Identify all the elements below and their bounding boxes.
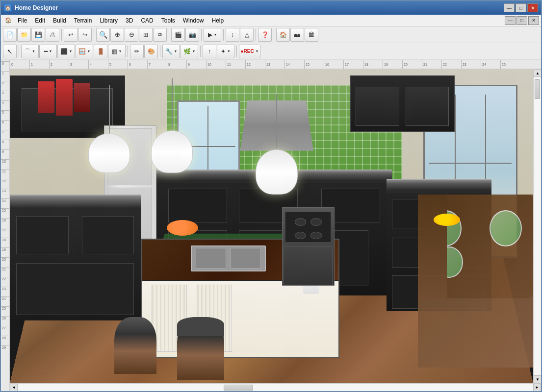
toolbar-area: 📄 📁 💾 🖨 ↩ ↪ 🔍 ⊕ ⊖ ⊞ ⧉ 🎬 📷 ▶▼ ↕ △: [1, 26, 541, 60]
minimize-button[interactable]: —: [504, 3, 515, 12]
burner-3: [295, 232, 306, 239]
sep11: [200, 46, 201, 57]
menu-3d[interactable]: 3D: [122, 15, 137, 26]
plant-dropdown[interactable]: 🌿▼: [181, 45, 198, 58]
new-button[interactable]: 📄: [3, 28, 17, 42]
pendant-light-3: [256, 94, 297, 195]
scroll-track-v[interactable]: [534, 77, 541, 375]
up-tool[interactable]: ↑: [203, 45, 216, 58]
pendant-shade-2: [151, 130, 193, 173]
main-view: 0 1 2 3 4 5 6 7 8 9 10 11 12 13 14 15 16…: [10, 60, 541, 391]
sub-maximize-button[interactable]: □: [516, 16, 527, 25]
pendant-cord-2: [172, 78, 173, 130]
scroll-left-arrow[interactable]: ◄: [10, 384, 18, 392]
cabinet-base-left: [10, 211, 141, 320]
fit-button[interactable]: ⊞: [139, 28, 153, 42]
save-button[interactable]: 💾: [31, 28, 45, 42]
window-rail-r: [429, 163, 511, 164]
stove-top: [285, 212, 331, 243]
sep7: [274, 29, 274, 41]
scroll-track-h[interactable]: [18, 384, 533, 391]
cabinet-upper-right: [350, 75, 455, 132]
maximize-button[interactable]: □: [516, 3, 526, 12]
pendant-shade-1: [88, 133, 130, 173]
window-dropdown[interactable]: 🪟▼: [76, 45, 93, 58]
menu-build[interactable]: Build: [49, 15, 70, 26]
undo-button[interactable]: ↩: [64, 28, 77, 42]
scroll-up-arrow[interactable]: ▲: [534, 69, 541, 77]
shelf-item-3: [74, 83, 91, 112]
sub-close-button[interactable]: ✕: [528, 16, 539, 25]
menu-window[interactable]: Window: [179, 15, 208, 26]
zoom-in-button[interactable]: ⊕: [110, 28, 124, 42]
burner-1: [295, 218, 306, 225]
menu-help[interactable]: Help: [207, 15, 228, 26]
dining-chair-back: [418, 195, 447, 298]
paint-tool[interactable]: 🎨: [144, 45, 158, 58]
scrollbar-vertical: ▲ ▼: [533, 69, 541, 383]
sep8: [19, 46, 19, 57]
play-dropdown[interactable]: ▶▼: [204, 28, 221, 42]
transform-dropdown[interactable]: ✦▼: [217, 45, 234, 58]
pendant-cord-3: [276, 94, 277, 149]
record-dropdown[interactable]: ●REC▼: [239, 45, 260, 58]
counter-left: [10, 195, 141, 320]
cabinet-door-r2: [406, 87, 449, 125]
window-controls: — □ ✕: [504, 3, 538, 12]
close-button[interactable]: ✕: [527, 3, 538, 12]
zoom-out-button[interactable]: ⊖: [125, 28, 138, 42]
shelf-item-2: [56, 79, 73, 116]
roof-button[interactable]: △: [240, 28, 254, 42]
scroll-right-arrow[interactable]: ►: [533, 384, 541, 392]
elevation-button[interactable]: ↕: [226, 28, 239, 42]
draw-tool[interactable]: ✏: [130, 45, 144, 58]
sink-basin-right: [231, 248, 261, 269]
menu-file[interactable]: File: [14, 15, 31, 26]
camera-button[interactable]: 📷: [185, 28, 199, 42]
content-area: 0 1 2 3 4 5 6 7 8 9 10 11 12 13 14 15 16…: [1, 60, 541, 391]
scroll-thumb-h[interactable]: [224, 385, 253, 391]
menu-edit[interactable]: Edit: [31, 15, 49, 26]
main-window: 🏠 Home Designer — □ ✕ 🏠 File Edit Build …: [0, 0, 542, 392]
toolbar-row-2: ↖ ⌒▼ ━▼ ⬛▼ 🪟▼ 🚪 ▦▼ ✏ 🎨 🔧▼: [1, 43, 541, 60]
fixture-dropdown[interactable]: 🔧▼: [162, 45, 180, 58]
ruler-vertical: 0 1 2 3 4 5 6 7 8 9 10 11 12 13 14 15 16…: [1, 60, 10, 391]
burner-4: [310, 232, 322, 239]
room-dropdown[interactable]: ⬛▼: [57, 45, 75, 58]
sink-basin-left: [196, 248, 226, 269]
menu-terrain[interactable]: Terrain: [70, 15, 96, 26]
plate-3: [490, 210, 522, 246]
export-button[interactable]: 🎬: [171, 28, 185, 42]
select-tool[interactable]: ↖: [3, 45, 17, 58]
toolbar-row-1: 📄 📁 💾 🖨 ↩ ↪ 🔍 ⊕ ⊖ ⊞ ⧉ 🎬 📷 ▶▼ ↕ △: [1, 26, 541, 43]
house2-button[interactable]: 🏘: [290, 28, 304, 42]
window-title: Home Designer: [15, 4, 504, 11]
stair-dropdown[interactable]: ▦▼: [108, 45, 126, 58]
menu-cad[interactable]: CAD: [137, 15, 157, 26]
house3-button[interactable]: 🏛: [305, 28, 318, 42]
open-button[interactable]: 📁: [17, 28, 31, 42]
wall-dropdown[interactable]: ━▼: [39, 45, 57, 58]
kitchen-scene: [10, 69, 533, 383]
menu-library[interactable]: Library: [96, 15, 122, 26]
sep4: [201, 29, 202, 41]
system-menu[interactable]: 🏠: [3, 15, 14, 26]
help-btn[interactable]: ❓: [258, 28, 272, 42]
find-button[interactable]: 🔍: [96, 28, 110, 42]
redo-button[interactable]: ↪: [78, 28, 92, 42]
fit2-button[interactable]: ⧉: [153, 28, 167, 42]
house-button[interactable]: 🏠: [276, 28, 290, 42]
3d-canvas[interactable]: [10, 69, 533, 383]
scroll-down-arrow[interactable]: ▼: [534, 375, 541, 383]
door-tool[interactable]: 🚪: [94, 45, 107, 58]
sub-minimize-button[interactable]: —: [505, 16, 516, 25]
pendant-shade-3: [256, 149, 297, 195]
print-button[interactable]: 🖨: [46, 28, 59, 42]
menu-tools[interactable]: Tools: [157, 15, 179, 26]
canvas-area: ▲ ▼: [10, 69, 541, 383]
arc-dropdown[interactable]: ⌒▼: [21, 45, 39, 58]
scroll-thumb-v[interactable]: [535, 79, 540, 99]
back-drawer-1: [168, 189, 227, 222]
sep2: [94, 29, 94, 41]
pendant-cord-1: [109, 85, 110, 133]
